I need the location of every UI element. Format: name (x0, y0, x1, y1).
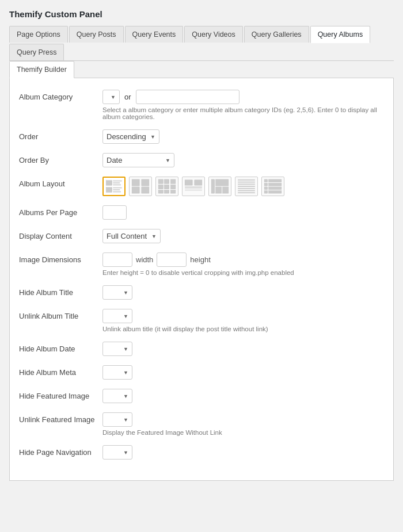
svg-rect-34 (238, 190, 255, 192)
svg-rect-0 (106, 181, 112, 186)
layout-icons-group (102, 177, 384, 196)
hide-album-meta-label: Hide Album Meta (19, 365, 102, 377)
order-by-row: Order By Date Title ID Author Modified R… (19, 153, 384, 167)
svg-rect-2 (113, 182, 120, 183)
unlink-album-title-select[interactable]: Yes No (102, 309, 132, 323)
albums-per-page-row: Albums Per Page (19, 205, 384, 220)
display-content-control: Full Content Excerpt None (102, 229, 384, 243)
svg-rect-1 (113, 181, 121, 182)
order-label: Order (19, 129, 102, 141)
image-height-input[interactable] (157, 252, 187, 267)
album-category-input[interactable] (136, 90, 239, 104)
layout-list[interactable] (102, 177, 126, 196)
svg-rect-32 (238, 186, 255, 187)
unlink-album-title-help: Unlink album title (it will display the … (102, 326, 384, 332)
unlink-featured-image-select[interactable]: Yes No (102, 412, 132, 427)
order-by-control: Date Title ID Author Modified Random Com… (102, 153, 384, 167)
svg-rect-33 (238, 188, 255, 189)
height-label: height (190, 255, 210, 264)
layout-grid3[interactable] (155, 177, 178, 196)
order-by-select[interactable]: Date Title ID Author Modified Random Com… (102, 153, 174, 167)
svg-rect-30 (238, 182, 255, 183)
svg-rect-25 (211, 179, 215, 193)
albums-per-page-label: Albums Per Page (19, 205, 102, 217)
albums-per-page-input[interactable] (102, 205, 127, 220)
tab-themify-builder[interactable]: Themify Builder (9, 61, 74, 78)
tab-query-press[interactable]: Query Press (9, 44, 64, 60)
album-category-row: Album Category or Select a album categor… (19, 90, 384, 120)
layout-grid4[interactable] (182, 177, 205, 196)
svg-rect-7 (113, 192, 121, 193)
image-dimensions-help: Enter height = 0 to disable vertical cro… (102, 269, 384, 276)
order-by-select-wrapper: Date Title ID Author Modified Random Com… (102, 153, 174, 167)
tab-query-albums[interactable]: Query Albums (310, 26, 371, 43)
layout-grid6[interactable] (235, 177, 258, 196)
hide-album-meta-control: Yes No (102, 365, 384, 380)
order-control: Descending Ascending (102, 129, 384, 144)
svg-rect-9 (142, 179, 149, 186)
svg-rect-20 (171, 190, 176, 194)
order-row: Order Descending Ascending (19, 129, 384, 144)
hide-album-title-control: Yes No (102, 285, 384, 300)
order-select[interactable]: Descending Ascending (102, 129, 159, 144)
hide-featured-image-select[interactable]: Yes No (102, 389, 132, 403)
unlink-album-title-select-wrapper: Yes No (102, 309, 132, 323)
display-content-select-wrapper: Full Content Excerpt None (102, 229, 161, 243)
unlink-album-title-label: Unlink Album Title (19, 309, 102, 320)
tab-page-options[interactable]: Page Options (9, 26, 68, 43)
svg-rect-15 (158, 185, 163, 189)
hide-album-title-label: Hide Album Title (19, 285, 102, 297)
hide-album-meta-select-wrapper: Yes No (102, 365, 132, 380)
tab-query-galleries[interactable]: Query Galleries (244, 26, 309, 43)
layout-grid2[interactable] (129, 177, 152, 196)
display-content-select[interactable]: Full Content Excerpt None (102, 229, 161, 243)
tab-query-videos[interactable]: Query Videos (184, 26, 243, 43)
svg-rect-38 (264, 183, 268, 186)
hide-album-title-row: Hide Album Title Yes No (19, 285, 384, 300)
svg-rect-12 (158, 179, 163, 183)
album-category-help: Select a album category or enter multipl… (102, 106, 384, 120)
svg-rect-5 (113, 187, 121, 189)
svg-rect-10 (132, 187, 139, 193)
hide-page-navigation-control: Yes No (102, 445, 384, 460)
tab-query-posts[interactable]: Query Posts (69, 26, 124, 43)
svg-rect-41 (269, 187, 282, 190)
album-category-select[interactable] (102, 90, 120, 104)
panel-body: Album Category or Select a album categor… (9, 78, 394, 481)
svg-rect-13 (164, 179, 169, 183)
hide-page-navigation-row: Hide Page Navigation Yes No (19, 445, 384, 460)
album-category-or: or (124, 93, 131, 101)
hide-page-navigation-label: Hide Page Navigation (19, 445, 102, 457)
tabs-row-1: Page Options Query Posts Query Events Qu… (9, 26, 394, 61)
albums-per-page-control (102, 205, 384, 220)
svg-rect-40 (264, 187, 268, 190)
album-layout-control (102, 177, 384, 196)
width-label: width (136, 255, 153, 264)
unlink-featured-image-control: Yes No Display the Featured Image Withou… (102, 412, 384, 436)
layout-grid5[interactable] (208, 177, 231, 196)
svg-rect-29 (238, 179, 255, 181)
hide-album-date-select-wrapper: Yes No (102, 342, 132, 356)
album-layout-row: Album Layout (19, 177, 384, 196)
hide-album-meta-select[interactable]: Yes No (102, 365, 132, 380)
image-width-input[interactable] (102, 252, 132, 267)
hide-featured-image-control: Yes No (102, 389, 384, 403)
album-layout-label: Album Layout (19, 177, 102, 188)
layout-grid7[interactable] (261, 177, 284, 196)
hide-album-title-select[interactable]: Yes No (102, 285, 132, 300)
svg-rect-19 (164, 190, 169, 194)
hide-album-date-select[interactable]: Yes No (102, 342, 132, 356)
hide-page-navigation-select-wrapper: Yes No (102, 445, 132, 460)
hide-album-title-select-wrapper: Yes No (102, 285, 132, 300)
display-content-row: Display Content Full Content Excerpt Non… (19, 229, 384, 243)
svg-rect-37 (269, 179, 282, 182)
tabs-row-2: Themify Builder (9, 61, 394, 78)
tab-query-events[interactable]: Query Events (125, 26, 184, 43)
svg-rect-31 (238, 183, 255, 185)
hide-page-navigation-select[interactable]: Yes No (102, 445, 132, 460)
unlink-featured-image-label: Unlink Featured Image (19, 412, 102, 424)
svg-rect-42 (264, 190, 268, 193)
svg-rect-24 (185, 190, 202, 191)
hide-featured-image-row: Hide Featured Image Yes No (19, 389, 384, 403)
unlink-featured-image-row: Unlink Featured Image Yes No Display the… (19, 412, 384, 436)
